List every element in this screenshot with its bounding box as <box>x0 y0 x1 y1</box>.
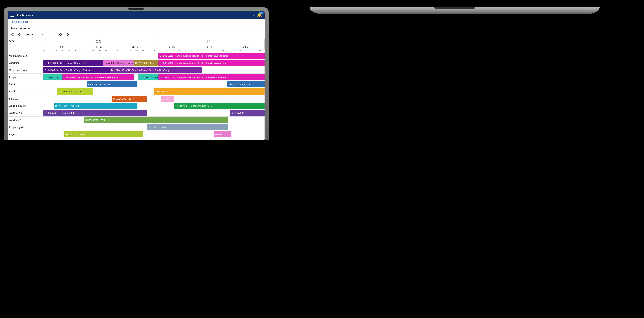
timeline-row: DH2024/200 – 33 44DH28 <box>43 95 264 102</box>
hour-cell: 8 <box>130 49 136 52</box>
timeline-row: DH2024/198 - ActionDH2024/1989- Action <box>43 81 264 88</box>
hour-cell: 20 <box>185 49 191 52</box>
booking-bar[interactable]: DH2024/190 - GH - FamilienCamp - Gli <box>43 60 103 66</box>
hour-cell: 8 <box>203 49 209 52</box>
hour-cell: 16 <box>216 49 222 52</box>
resource-label: Stilleraum <box>8 95 43 102</box>
hour-cell: 20 <box>74 49 80 52</box>
booking-bar[interactable]: DH2024/310 <box>43 74 62 80</box>
topbar: LANcloud↗ ? 🔔 15 <box>8 11 264 19</box>
resource-label: Zeltplatz <box>8 74 43 81</box>
booking-bar[interactable]: ing with the Creator - eine kre <box>103 60 134 66</box>
resource-label: Gesprächsraum <box>8 66 43 74</box>
booking-bar[interactable]: DH2024/201 – Eltern Kind Kiel <box>43 110 147 116</box>
booking-bar[interactable]: DH2024/190 - GH - FamilienCamp - GH - Fa… <box>110 67 202 73</box>
breadcrumb[interactable]: Ressourcenplan <box>8 19 264 25</box>
resource-label: Windrose <box>8 59 43 66</box>
hour-cell: 16 <box>68 49 74 52</box>
resource-label: Semi 2 <box>8 88 43 95</box>
brand-light: cloud <box>25 14 31 17</box>
booking-bar[interactable]: DH285 <box>214 131 232 138</box>
hour-cell: 4 <box>234 49 240 52</box>
hour-cell: 16 <box>142 49 148 52</box>
hour-cell: 12 <box>136 49 142 52</box>
hour-cell: 4 <box>50 49 56 52</box>
timeline-row: DH2024/190 - GH - FamilienCamp - Gnftswe… <box>43 66 264 74</box>
hour-cell: 0 <box>43 49 50 52</box>
timeline-row: DH2024/213 - FDJ <box>43 117 264 124</box>
hour-cell: 0 <box>154 49 160 52</box>
hour-cell: 8 <box>56 49 62 52</box>
booking-bar[interactable]: DH2024/199 – 33 43 <box>154 88 264 95</box>
day-cell: 31 So <box>117 45 154 49</box>
timeline-row: DH2024/220 – KDJ <box>43 124 264 131</box>
timeline-row: DH2024/201 – Eltern Kind KielDH2024/269 <box>43 109 264 117</box>
day-cell: 02 Di <box>191 45 228 49</box>
hour-cell: 12 <box>99 49 105 52</box>
booking-bar[interactable]: DH2024/245 – ABK 44 <box>57 88 93 95</box>
booking-bar[interactable]: DH2024/269 <box>230 110 264 116</box>
booking-bar[interactable]: DH28 <box>161 96 174 102</box>
hour-cell: 20 <box>148 49 154 52</box>
timeline-row: DH2024/244 – EKFDH285 <box>43 131 264 138</box>
date-input[interactable] <box>25 32 55 37</box>
prev-icon[interactable] <box>18 32 22 36</box>
month-cell: MärzKW13 <box>43 39 154 45</box>
help-icon[interactable]: ? <box>252 13 254 17</box>
hour-cell: 0 <box>117 49 123 52</box>
month-cell: AprilKW14 <box>154 39 264 45</box>
first-icon[interactable] <box>10 32 15 36</box>
booking-bar[interactable]: DH2024/310 - Wie du mich <box>138 74 158 80</box>
laptop-notch <box>128 8 144 10</box>
booking-bar[interactable]: DH2024/201 – Jugendgruppe F/FM <box>174 103 264 109</box>
timeline-row: DH2024/120 - FamilienWoche spezial - FH … <box>43 52 264 59</box>
last-icon[interactable] <box>65 32 70 36</box>
hour-cell: 4 <box>160 49 166 52</box>
hour-cell: 12 <box>172 49 178 52</box>
hour-cell: 16 <box>105 49 111 52</box>
timeline-row: DH2024/289 – KBD 33DH2024/201 – Jugendgr… <box>43 102 264 109</box>
booking-bar[interactable]: DH2024/213 - FDJ <box>84 117 228 123</box>
booking-bar[interactable]: DH2024/120 - FamilienWoche spezial - FH … <box>158 53 264 59</box>
notification-badge: 15 <box>259 12 264 14</box>
menu-icon[interactable] <box>10 13 14 17</box>
hour-cell: 0 <box>80 49 86 52</box>
booking-bar[interactable]: DH2024/1989- Action <box>227 81 264 87</box>
timeline-header: 2024 MärzKW13AprilKW14 29 Fr30 Sa31 So01… <box>8 39 264 52</box>
hour-cell: 20 <box>258 49 264 52</box>
notifications-button[interactable]: 🔔 15 <box>257 13 262 17</box>
laptop-hinge <box>434 7 475 9</box>
hour-cell: 0 <box>191 49 197 52</box>
hour-cell: 12 <box>62 49 68 52</box>
hour-cell: 4 <box>123 49 129 52</box>
hour-cell: 8 <box>166 49 172 52</box>
brand-logo: LANcloud↗ <box>17 13 34 17</box>
booking-bar[interactable]: DH2024/260 - Erleichtert l <box>134 60 158 66</box>
page-title: Ressourcenplan <box>8 25 264 31</box>
day-cell: 03 Mi <box>228 45 264 49</box>
next-icon[interactable] <box>58 32 62 36</box>
booking-bar[interactable]: DH2024/289 – KBD 33 <box>54 103 138 109</box>
hour-cell: 12 <box>246 49 252 52</box>
hour-cell: 16 <box>252 49 258 52</box>
booking-bar[interactable]: DH2024/220 – KDJ <box>147 124 228 130</box>
resource-label: Wattenkieker <box>8 109 43 117</box>
laptop-base <box>310 7 600 14</box>
booking-bar[interactable]: DH2024/190 - GH - FamilienCamp - Gnftswe <box>43 67 110 73</box>
day-cell: 29 Fr <box>43 45 80 49</box>
hour-cell: 16 <box>178 49 184 52</box>
booking-bar[interactable]: DH2024/120 - FamilienWoche spezial - FH … <box>158 74 264 80</box>
booking-bar[interactable]: DH2024/198 - Action <box>87 81 137 87</box>
booking-bar[interactable]: DH2024/120 - FamilienWoche spezial - FH … <box>158 60 264 66</box>
booking-bar[interactable]: DH2024/200 – 33 44 <box>112 96 147 102</box>
resource-label: Semi 1 <box>8 81 43 88</box>
screen: LANcloud↗ ? 🔔 15 Ressourcenplan Ressourc… <box>8 11 264 140</box>
booking-bar[interactable]: DH2024/244 – EKF <box>64 131 143 138</box>
laptop-frame: LANcloud↗ ? 🔔 15 Ressourcenplan Ressourc… <box>4 7 268 140</box>
timeline-row: DH2024/310FamilienWoche spezial - FH - F… <box>43 74 264 81</box>
booking-bar[interactable]: FamilienWoche spezial - FH - FamilienWoc… <box>62 74 134 80</box>
hour-cell: 0 <box>228 49 234 52</box>
hour-cell: 20 <box>111 49 117 52</box>
hour-cell: 20 <box>222 49 228 52</box>
day-cell: 01 Mo <box>154 45 191 49</box>
